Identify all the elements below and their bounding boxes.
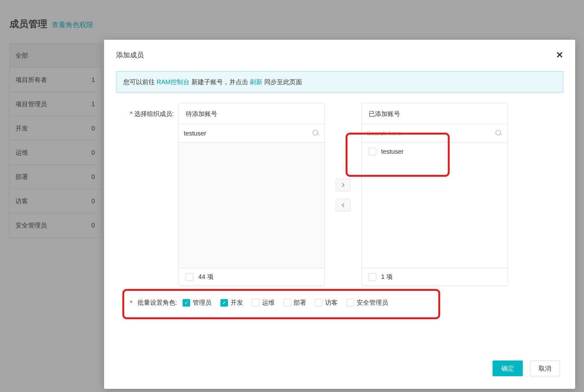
chevron-right-icon bbox=[341, 183, 345, 187]
selected-panel: 已添加账号 testuser 1 项 bbox=[361, 103, 508, 286]
info-banner: 您可以前往 RAM控制台 新建子账号，并点击 刷新 同步至此页面 bbox=[116, 71, 563, 93]
select-all-available-checkbox[interactable] bbox=[186, 273, 193, 281]
batch-roles-label: 批量设置角色: bbox=[137, 298, 177, 307]
info-text: 新建子账号，并点击 bbox=[190, 78, 250, 85]
selected-search-input[interactable] bbox=[367, 130, 495, 137]
info-text: 同步至此页面 bbox=[262, 78, 302, 85]
selected-list: testuser bbox=[362, 143, 507, 268]
available-search-input[interactable] bbox=[184, 130, 312, 137]
available-panel: 待添加账号 44 项 bbox=[178, 103, 325, 286]
role-checkbox[interactable] bbox=[220, 299, 228, 307]
role-option-label: 访客 bbox=[325, 298, 338, 307]
available-list bbox=[179, 143, 324, 268]
role-option[interactable]: 开发 bbox=[220, 298, 243, 307]
role-option-label: 运维 bbox=[262, 298, 275, 307]
role-option-label: 安全管理员 bbox=[357, 298, 388, 307]
role-option[interactable]: 安全管理员 bbox=[347, 298, 388, 307]
available-footer: 44 项 bbox=[179, 268, 324, 285]
role-checkbox[interactable] bbox=[315, 299, 323, 307]
move-right-button[interactable] bbox=[336, 179, 351, 191]
role-checkbox[interactable] bbox=[283, 299, 291, 307]
role-option-label: 部署 bbox=[294, 298, 306, 307]
role-option[interactable]: 部署 bbox=[283, 298, 306, 307]
available-search[interactable] bbox=[179, 124, 324, 143]
cancel-button[interactable]: 取消 bbox=[530, 360, 560, 376]
list-item[interactable]: testuser bbox=[362, 143, 507, 160]
available-title: 待添加账号 bbox=[179, 103, 324, 124]
ram-console-link[interactable]: RAM控制台 bbox=[157, 78, 190, 85]
info-text: 您可以前往 bbox=[123, 78, 157, 85]
available-count: 44 项 bbox=[198, 273, 213, 281]
item-checkbox[interactable] bbox=[369, 148, 376, 155]
role-option[interactable]: 管理员 bbox=[183, 298, 212, 307]
move-left-button[interactable] bbox=[336, 199, 351, 211]
confirm-button[interactable]: 确定 bbox=[493, 360, 523, 376]
role-option-label: 开发 bbox=[231, 298, 243, 307]
select-members-label: 选择组织成员: bbox=[134, 109, 178, 118]
item-label: testuser bbox=[381, 148, 404, 155]
selected-footer: 1 项 bbox=[362, 268, 507, 285]
add-member-modal: 添加成员 ✕ 您可以前往 RAM控制台 新建子账号，并点击 刷新 同步至此页面 … bbox=[104, 40, 575, 389]
required-marker: * bbox=[130, 299, 132, 307]
selected-search[interactable] bbox=[362, 124, 507, 143]
search-icon bbox=[495, 130, 502, 137]
required-marker: * bbox=[130, 109, 132, 118]
selected-title: 已添加账号 bbox=[362, 103, 507, 124]
chevron-left-icon bbox=[341, 203, 345, 207]
role-checkbox[interactable] bbox=[347, 299, 354, 307]
select-all-selected-checkbox[interactable] bbox=[369, 273, 376, 281]
role-checkbox[interactable] bbox=[183, 299, 190, 307]
selected-count: 1 项 bbox=[381, 273, 393, 281]
close-icon[interactable]: ✕ bbox=[556, 51, 563, 60]
modal-title: 添加成员 bbox=[116, 50, 144, 60]
refresh-link[interactable]: 刷新 bbox=[250, 78, 262, 85]
role-checkbox[interactable] bbox=[252, 299, 260, 307]
role-option[interactable]: 运维 bbox=[252, 298, 275, 307]
role-option-label: 管理员 bbox=[193, 298, 212, 307]
search-icon bbox=[312, 130, 319, 137]
role-option[interactable]: 访客 bbox=[315, 298, 338, 307]
batch-roles-row: * 批量设置角色: 管理员 开发 运维 部署 访客 安全管理员 bbox=[130, 298, 563, 307]
